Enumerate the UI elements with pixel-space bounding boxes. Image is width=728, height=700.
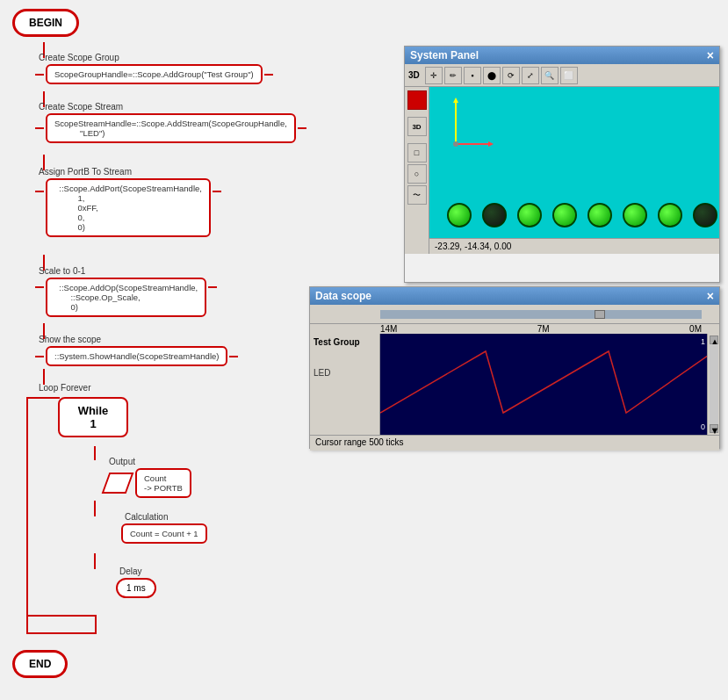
- system-panel-viewport: 3D □ ○ 〜: [405, 87, 719, 254]
- toolbar-zoom-icon[interactable]: 🔍: [541, 67, 559, 84]
- scope-stream-label: LED: [314, 368, 376, 378]
- led-row: [447, 203, 717, 227]
- loop-right-bottom: [95, 615, 97, 634]
- scope-timeline[interactable]: [310, 305, 719, 324]
- toolbar-frame-icon[interactable]: ⬜: [560, 67, 578, 84]
- step2-code: ScopeStreamHandle=::Scope.AddStream(Scop…: [46, 113, 296, 143]
- scrollbar-down[interactable]: ▼: [710, 424, 718, 433]
- led-7: [658, 203, 682, 227]
- toolbar-sphere-icon[interactable]: ⬤: [483, 67, 501, 84]
- scope-status-bar: Cursor range 500 ticks: [310, 435, 719, 451]
- coords-text: -23.29, -14.34, 0.00: [435, 242, 511, 251]
- scope-status-text: Cursor range 500 ticks: [315, 437, 404, 447]
- data-scope-title: Data scope: [315, 290, 371, 302]
- toolbar-pan-icon[interactable]: ⤢: [522, 67, 539, 84]
- step1-code: ScopeGroupHandle=::Scope.AddGroup("Test …: [46, 64, 263, 84]
- led-5: [587, 203, 612, 227]
- timeline-label-14m: 14M: [380, 324, 397, 334]
- step5-section: Show the scope ::System.ShowHandle(Scope…: [35, 335, 238, 366]
- system-panel: System Panel × 3D ✛ ✏ ▪ ⬤ ⟳ ⤢ 🔍 ⬜ 3D □ ○…: [404, 46, 720, 283]
- step4-code: ::Scope.AddOp(ScopeStreamHandle, ::Scope…: [46, 278, 206, 317]
- toolbar-rotate-icon[interactable]: ⟳: [502, 67, 520, 84]
- output-section: Output Count -> PORTB: [105, 457, 191, 498]
- step1-label: Create Scope Group: [39, 53, 273, 62]
- scope-left-panel: Test Group LED: [310, 334, 380, 435]
- while-section: While 1: [58, 397, 128, 437]
- led-8: [693, 203, 717, 227]
- step1-section: Create Scope Group ScopeGroupHandle=::Sc…: [35, 53, 273, 84]
- while-label: While: [77, 404, 109, 417]
- waveform-svg: [380, 334, 707, 435]
- loop-horiz-bottom: [26, 615, 95, 617]
- flowchart: BEGIN Create Scope Group ScopeGroupHandl…: [0, 0, 316, 700]
- panel-red-square[interactable]: [407, 90, 427, 110]
- while-val: 1: [77, 417, 109, 430]
- loop-top-horiz: [26, 397, 60, 399]
- scope-group-label: Test Group: [314, 337, 376, 347]
- step3-label: Assign PortB To Stream: [39, 167, 221, 177]
- toolbar-pencil-icon[interactable]: ✏: [444, 67, 462, 84]
- coords-bar: -23.29, -14.34, 0.00: [429, 238, 719, 254]
- step5-code: ::System.ShowHandle(ScopeStreamHandle): [46, 346, 227, 366]
- calc-section: Calculation Count = Count + 1: [121, 512, 207, 544]
- calc-code: Count = Count + 1: [121, 523, 207, 544]
- begin-node: BEGIN: [12, 9, 79, 37]
- timeline-label-7m: 7M: [537, 324, 550, 334]
- scope-scrollbar[interactable]: ▲ ▼: [707, 334, 719, 435]
- step2-section: Create Scope Stream ScopeStreamHandle=::…: [35, 102, 306, 143]
- system-panel-close-button[interactable]: ×: [707, 49, 714, 61]
- step4-label: Scale to 0-1: [39, 266, 217, 276]
- loop-forever-label: Loop Forever: [35, 382, 90, 393]
- end-label: END: [12, 650, 68, 678]
- loop-bottom-connector: [26, 632, 97, 634]
- step2-label: Create Scope Stream: [39, 102, 306, 112]
- step3-code: ::Scope.AddPort(ScopeStreamHandle, 1, 0x…: [46, 178, 211, 237]
- timeline-label-0m: 0M: [689, 324, 702, 334]
- step4-section: Scale to 0-1 ::Scope.AddOp(ScopeStreamHa…: [35, 266, 217, 317]
- calc-label: Calculation: [125, 512, 207, 522]
- scope-main: Test Group LED 1 0 ▲ ▼: [310, 334, 719, 435]
- delay-section: Delay 1 ms: [116, 566, 156, 598]
- viewport-3d: [429, 87, 719, 254]
- led-2: [482, 203, 507, 227]
- panel-circle-icon[interactable]: ○: [407, 164, 427, 184]
- begin-label: BEGIN: [12, 9, 79, 37]
- panel-left-tools: 3D □ ○ 〜: [405, 87, 429, 254]
- system-panel-titlebar: System Panel ×: [405, 47, 719, 64]
- data-scope-titlebar: Data scope ×: [310, 287, 719, 305]
- connector-8: [94, 501, 96, 516]
- output-code: Count -> PORTB: [135, 468, 191, 498]
- scope-timeline-labels: 14M 7M 0M: [310, 324, 719, 334]
- svg-marker-1: [453, 97, 458, 103]
- data-scope: Data scope × 14M 7M 0M Test Group LED 1 …: [309, 286, 720, 449]
- led-3: [517, 203, 542, 227]
- led-6: [623, 203, 647, 227]
- svg-marker-3: [488, 141, 494, 147]
- output-label: Output: [109, 457, 191, 466]
- toolbar-square-icon[interactable]: ▪: [464, 67, 481, 84]
- panel-cube-icon[interactable]: □: [407, 143, 427, 162]
- step5-label: Show the scope: [39, 335, 238, 344]
- svg-point-4: [453, 141, 458, 147]
- end-node: END: [12, 650, 68, 678]
- toolbar-cursor-icon[interactable]: ✛: [425, 67, 443, 84]
- step3-section: Assign PortB To Stream ::Scope.AddPort(S…: [35, 167, 221, 237]
- 3d-label: 3D: [408, 70, 420, 80]
- delay-label: Delay: [119, 566, 156, 576]
- panel-3d-btn[interactable]: 3D: [407, 117, 427, 136]
- panel-wave-icon[interactable]: 〜: [407, 185, 427, 205]
- led-1: [447, 203, 472, 227]
- delay-val: 1 ms: [116, 578, 156, 598]
- scope-chart: 1 0: [380, 334, 707, 435]
- loop-left-connector: [26, 397, 28, 634]
- scrollbar-up[interactable]: ▲: [710, 336, 718, 344]
- system-panel-title: System Panel: [410, 49, 479, 61]
- data-scope-close-button[interactable]: ×: [707, 290, 714, 302]
- connector-9: [94, 553, 96, 569]
- axes-svg: [438, 96, 500, 157]
- led-4: [552, 203, 577, 227]
- connector-7: [94, 446, 96, 460]
- system-panel-toolbar: 3D ✛ ✏ ▪ ⬤ ⟳ ⤢ 🔍 ⬜: [405, 64, 719, 87]
